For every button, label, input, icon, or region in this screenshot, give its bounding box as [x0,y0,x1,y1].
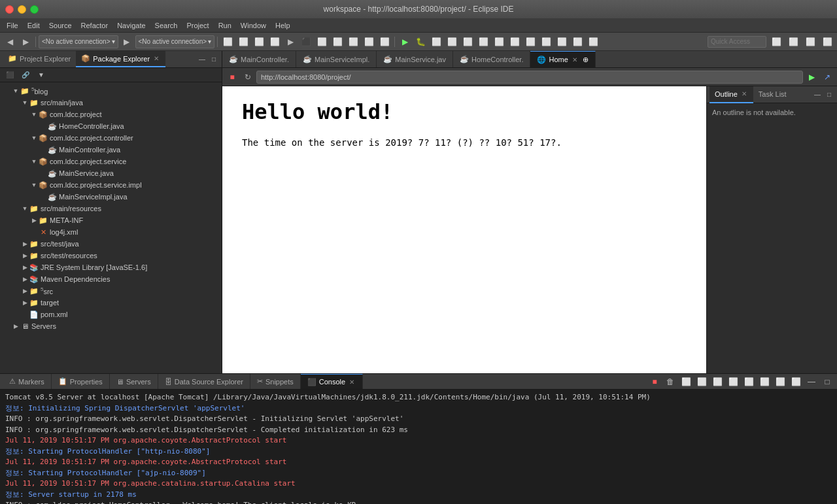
quick-access-input[interactable] [708,36,766,48]
tab-console[interactable]: ⬛ Console ✕ [301,374,363,389]
tab-home[interactable]: 🌐 Home ✕ ⊕ [530,51,595,67]
toolbar-btn-10[interactable]: ⬜ [362,35,376,49]
menu-refactor[interactable]: Refactor [77,20,112,31]
toolbar-btn-18[interactable]: ⬜ [523,35,538,49]
toolbar-btn-21[interactable]: ⬜ [570,35,585,49]
toolbar-btn-1[interactable]: ⬜ [220,35,235,49]
tab-mainserviceimpl[interactable]: ☕ MainServiceImpl. [296,51,377,67]
toolbar-connect[interactable]: ▶ [120,35,134,49]
address-go-btn[interactable]: ▶ [804,70,819,84]
tree-item-pom[interactable]: 📄 pom.xml [0,309,222,320]
collapse-all-btn[interactable]: ⬛ [3,68,17,82]
toolbar-btn-7[interactable]: ⬜ [315,35,329,49]
toolbar-btn-11[interactable]: ⬜ [377,35,392,49]
tree-item-src-main-java[interactable]: ▼ 📁 src/main/java [0,97,222,109]
menu-project[interactable]: Project [182,20,213,31]
tree-item-service-impl-pkg[interactable]: ▼ 📦 com.ldcc.project.service.impl [0,179,222,191]
home-tab-close[interactable]: ✕ [571,56,579,64]
toolbar-btn-6[interactable]: ⬛ [299,35,313,49]
toolbar-forward[interactable]: ▶ [18,35,33,49]
perspectives-btn-4[interactable]: ⬜ [820,35,834,49]
toolbar-run[interactable]: ▶ [398,35,412,49]
tree-item-target[interactable]: ▶ 📁 target [0,297,222,309]
toolbar-btn-8[interactable]: ⬜ [330,35,345,49]
tree-item-src[interactable]: ▶ 📁 5src [0,285,222,297]
console-clear-btn[interactable]: 🗑 [663,375,677,389]
toolbar-btn-16[interactable]: ⬜ [492,35,506,49]
tree-item-com-ldcc-project[interactable]: ▼ 📦 com.ldcc.project [0,109,222,120]
tree-item-maincontroller[interactable]: ☕ MainController.java [0,144,222,156]
minimize-console-btn[interactable]: — [804,375,819,389]
console-close[interactable]: ✕ [348,378,356,386]
outline-close[interactable]: ✕ [740,90,748,98]
close-button[interactable] [5,5,14,14]
console-btn-1[interactable]: ⬜ [679,375,693,389]
console-btn-8[interactable]: ⬜ [789,375,803,389]
toolbar-btn-4[interactable]: ⬜ [267,35,282,49]
tab-mainservice[interactable]: ☕ MainService.jav [377,51,453,67]
connection-dropdown-2[interactable]: <No active connection> ▾ [135,35,215,48]
tree-menu-btn[interactable]: ▼ [34,68,48,82]
tab-markers[interactable]: ⚠ Markers [3,374,52,389]
tree-item-controller-pkg[interactable]: ▼ 📦 com.ldcc.project.controller [0,132,222,144]
console-btn-5[interactable]: ⬜ [742,375,756,389]
toolbar-btn-9[interactable]: ⬜ [346,35,360,49]
console-btn-2[interactable]: ⬜ [694,375,709,389]
menu-edit[interactable]: Edit [24,20,44,31]
tab-data-source[interactable]: 🗄 Data Source Explorer [158,374,250,389]
tree-item-blog[interactable]: ▼ 📁 5blog [0,85,222,97]
tab-project-explorer[interactable]: 📁 Project Explorer [3,51,76,67]
perspectives-btn-3[interactable]: ⬜ [803,35,817,49]
maximize-right-btn[interactable]: □ [824,90,834,100]
tab-homecontroller[interactable]: ☕ HomeController. [453,51,530,67]
link-editor-btn[interactable]: 🔗 [18,68,33,82]
console-btn-3[interactable]: ⬜ [710,375,725,389]
menu-file[interactable]: File [3,20,22,31]
toolbar-back[interactable]: ◀ [3,35,17,49]
tree-item-src-main-resources[interactable]: ▼ 📁 src/main/resources [0,203,222,214]
tree-item-src-test-resources[interactable]: ▶ 📁 src/test/resources [0,250,222,261]
tree-item-mainservice[interactable]: ☕ MainService.java [0,167,222,179]
connection-dropdown-1[interactable]: <No active connection> ▾ [39,35,118,48]
toolbar-btn-14[interactable]: ⬜ [460,35,475,49]
tab-snippets[interactable]: ✂ Snippets [250,374,301,389]
tab-maincontroller[interactable]: ☕ MainController. [222,51,296,67]
toolbar-btn-2[interactable]: ⬜ [236,35,250,49]
tree-item-jre[interactable]: ▶ 📚 JRE System Library [JavaSE-1.6] [0,261,222,273]
maximize-button[interactable] [30,5,39,14]
tree-item-homecontroller[interactable]: ☕ HomeController.java [0,120,222,132]
toolbar-debug[interactable]: 🐛 [413,35,428,49]
tab-package-explorer[interactable]: 📦 Package Explorer ✕ [76,51,165,67]
toolbar-btn-20[interactable]: ⬜ [555,35,569,49]
toolbar-btn-15[interactable]: ⬜ [476,35,490,49]
toolbar-btn-12[interactable]: ⬜ [429,35,443,49]
toolbar-btn-17[interactable]: ⬜ [507,35,522,49]
console-stop-btn[interactable]: ■ [647,375,662,389]
tab-servers[interactable]: 🖥 Servers [110,374,158,389]
toolbar-btn-5[interactable]: ▶ [283,35,298,49]
minimize-right-btn[interactable]: — [812,90,823,100]
toolbar-btn-19[interactable]: ⬜ [539,35,553,49]
menu-navigate[interactable]: Navigate [113,20,149,31]
toolbar-btn-3[interactable]: ⬜ [252,35,266,49]
address-external-btn[interactable]: ↗ [820,70,834,84]
maximize-console-btn[interactable]: □ [820,375,834,389]
refresh-btn[interactable]: ↻ [241,70,255,84]
tree-item-mainserviceimpl[interactable]: ☕ MainServiceImpl.java [0,191,222,203]
minimize-button[interactable] [18,5,26,14]
package-explorer-close[interactable]: ✕ [152,54,160,63]
console-btn-6[interactable]: ⬜ [757,375,772,389]
menu-run[interactable]: Run [214,20,235,31]
stop-btn[interactable]: ■ [225,70,239,84]
tree-item-log4j[interactable]: ✕ log4j.xml [0,226,222,238]
tree-item-servers[interactable]: ▶ 🖥 Servers [0,320,222,332]
tree-item-src-test-java[interactable]: ▶ 📁 src/test/java [0,238,222,250]
toolbar-btn-22[interactable]: ⬜ [586,35,600,49]
menu-help[interactable]: Help [271,20,294,31]
tab-task-list[interactable]: Task List [753,86,792,103]
menu-source[interactable]: Source [45,20,76,31]
minimize-panel-btn[interactable]: — [197,54,207,65]
maximize-panel-btn[interactable]: □ [209,54,219,65]
tab-properties[interactable]: 📋 Properties [52,374,110,389]
menu-window[interactable]: Window [237,20,270,31]
